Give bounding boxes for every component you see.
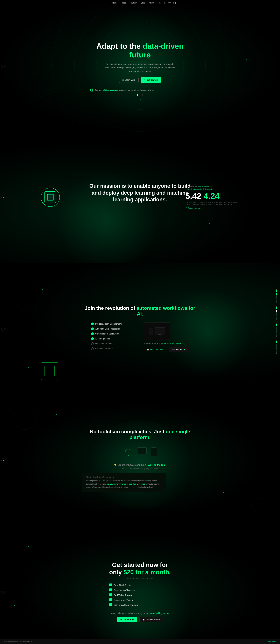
- sidebar-arrow-up-1[interactable]: ▲: [275, 288, 277, 290]
- github-icon[interactable]: [173, 2, 176, 4]
- nav-link-docs[interactable]: Docs: [122, 2, 126, 4]
- sidebar-arrow-down-3[interactable]: ▼: [275, 336, 277, 338]
- sidebar-dot-1-3[interactable]: [276, 295, 277, 297]
- big-logo-inner: [44, 192, 56, 203]
- pricing-left-arrow[interactable]: ◀: [1, 590, 6, 594]
- affiliate-link[interactable]: affiliate program: [103, 89, 118, 91]
- affiliate-bar: Join our affiliate program , sign up fre…: [90, 88, 190, 92]
- sidebar-arrow-up-2[interactable]: ▲: [275, 305, 277, 307]
- right-sidebar: ▲ ▼ ▲ ▼ ▲ ▼ ▲ ▼: [275, 288, 277, 356]
- sidebar-dot-3-3[interactable]: [276, 329, 277, 331]
- stat-complete: ✓ Dataset compiled: [185, 207, 239, 209]
- discord-icon[interactable]: ◎: [163, 2, 166, 4]
- sidebar-dot-4-4[interactable]: [276, 348, 277, 350]
- hero-dot-2[interactable]: [140, 94, 140, 96]
- workflow-title-white: Join the revolution of: [85, 305, 137, 311]
- mission-title: Our mission is to enable anyone to build…: [89, 183, 191, 203]
- feature-community: Community Support: [91, 347, 132, 350]
- hero-section: ◀ Adapt to the data-driven future For th…: [0, 0, 280, 132]
- feature-label-2: Automatic Data Processing: [95, 328, 120, 330]
- workflow-title: Join the revolution of automated workflo…: [82, 305, 198, 317]
- stat-code: {"name": "test", "success": "Run is roun…: [185, 202, 239, 206]
- pricing-feature-label-1: Free 1000 Credits: [114, 584, 132, 586]
- platform-title-white: No toolchain complexities. Just: [90, 429, 166, 434]
- big-logo-box: [47, 194, 53, 200]
- sidebar-arrow-up-3[interactable]: ▲: [275, 322, 277, 324]
- sidebar-section-1: ▲ ▼: [275, 288, 277, 304]
- sidebar-dot-1-5[interactable]: [276, 300, 277, 302]
- nav-logo[interactable]: [104, 1, 108, 5]
- feature-circle-5: [91, 342, 94, 345]
- platform-node-2: [223, 492, 224, 493]
- stat-compile: ● Avg. time to compile: 5.42 seconds: [185, 188, 239, 190]
- wifi-arc-outer: [126, 449, 131, 452]
- workflow-left-arrow[interactable]: ◀: [1, 326, 6, 331]
- sidebar-section-2: ▲ ▼: [275, 305, 277, 321]
- hero-dots: [90, 94, 190, 96]
- sidebar-arrow-down-1[interactable]: ▼: [275, 302, 277, 304]
- platform-wifi-icon: [123, 448, 134, 458]
- nav-logo-dot: [106, 3, 106, 3]
- platform-phone: [151, 448, 157, 456]
- workflow-logo-inner: [44, 366, 55, 376]
- workflow-started-button[interactable]: Get Started ✦: [169, 347, 189, 352]
- pricing-feature-1: ✓ Free 1000 Credits: [109, 584, 171, 586]
- platform-info-paragraph: Utilizing DataSet PRO, you can focus on …: [86, 479, 162, 489]
- cookie-learn-more-link[interactable]: learn more: [268, 641, 276, 642]
- platform-devices: [82, 448, 198, 458]
- platform-left-arrow[interactable]: ◀: [1, 458, 6, 462]
- pricing-features: ✓ Free 1000 Credits ✓ Developer API Acce…: [109, 584, 171, 606]
- sidebar-arrow-up-4[interactable]: ▲: [275, 339, 277, 341]
- workflow-platform-link[interactable]: platform of your choosing.: [163, 342, 182, 344]
- sidebar-dot-2-2[interactable]: [276, 310, 277, 312]
- hero-left-arrow[interactable]: ◀: [1, 64, 6, 68]
- x-icon[interactable]: 𝕏: [158, 2, 161, 4]
- platform-title: No toolchain complexities. Just one sing…: [82, 429, 198, 440]
- sidebar-dot-2-5[interactable]: [276, 317, 277, 319]
- mission-stats: </> Time saved: days to months ● Avg. ti…: [185, 186, 239, 209]
- hero-dot-1[interactable]: [137, 94, 138, 96]
- sidebar-dot-4-3[interactable]: [276, 346, 277, 348]
- feature-sdk: Development SDK: [91, 342, 132, 345]
- sidebar-arrow-down-2[interactable]: ▼: [275, 319, 277, 321]
- sidebar-dot-2-4[interactable]: [276, 314, 277, 316]
- mission-left-arrow[interactable]: ◀: [1, 195, 6, 200]
- feature-label-5: Development SDK: [95, 342, 112, 345]
- nav-link-home[interactable]: Home: [113, 2, 118, 4]
- feature-circle-6: [91, 347, 94, 350]
- sidebar-dot-1-2[interactable]: [276, 293, 277, 295]
- workflow-docs-button[interactable]: 📋 Documentation: [144, 347, 167, 352]
- pricing-started-button[interactable]: ✦ Get Started: [117, 617, 137, 622]
- sidebar-dot-4-1[interactable]: [276, 341, 277, 343]
- pricing-docs-button[interactable]: 📋 Documentation: [140, 617, 163, 622]
- pricing-section: ◀ Get started now foronly $20 for a mont…: [0, 526, 280, 644]
- sidebar-arrow-down-4[interactable]: ▼: [275, 353, 277, 355]
- nav-icons: 𝕏 ◎ npm: [158, 2, 176, 4]
- get-started-button[interactable]: ✦ Get Started: [140, 77, 161, 83]
- sidebar-dot-3-5[interactable]: [276, 334, 277, 336]
- sidebar-dot-1-1[interactable]: [276, 290, 277, 292]
- stat-compile-value: 5.42 seconds: [203, 188, 212, 190]
- sidebar-dot-4-2[interactable]: [276, 344, 277, 346]
- pricing-check-4: ✓: [109, 598, 112, 601]
- sidebar-dot-4-5[interactable]: [276, 350, 277, 352]
- sidebar-dot-3-2[interactable]: [276, 326, 277, 329]
- wifi-dot: [128, 455, 129, 456]
- npm-icon[interactable]: npm: [168, 2, 171, 4]
- nav-link-about[interactable]: About: [149, 2, 154, 4]
- pricing-cta-green: We're waiting for you.: [149, 612, 169, 614]
- nav-link-blog[interactable]: Blog: [141, 2, 145, 4]
- feature-check-2: ✓: [91, 328, 94, 330]
- platform-create-green: We'll do the rest.: [148, 464, 166, 466]
- mission-line: [194, 236, 238, 237]
- sidebar-dot-3-1[interactable]: [276, 324, 277, 326]
- sidebar-dot-1-4[interactable]: [276, 298, 277, 300]
- learn-more-button[interactable]: ■ Learn More: [119, 77, 139, 83]
- sidebar-dot-3-4[interactable]: [276, 331, 277, 333]
- sidebar-dot-2-1[interactable]: [276, 307, 277, 309]
- pricing-buttons: ✦ Get Started 📋 Documentation: [109, 617, 171, 622]
- mission-content: Our mission is to enable anyone to build…: [89, 183, 191, 212]
- nav-link-platform[interactable]: Platform: [130, 2, 137, 4]
- sidebar-dot-2-3[interactable]: [276, 312, 277, 314]
- hero-dot-3[interactable]: [142, 94, 143, 96]
